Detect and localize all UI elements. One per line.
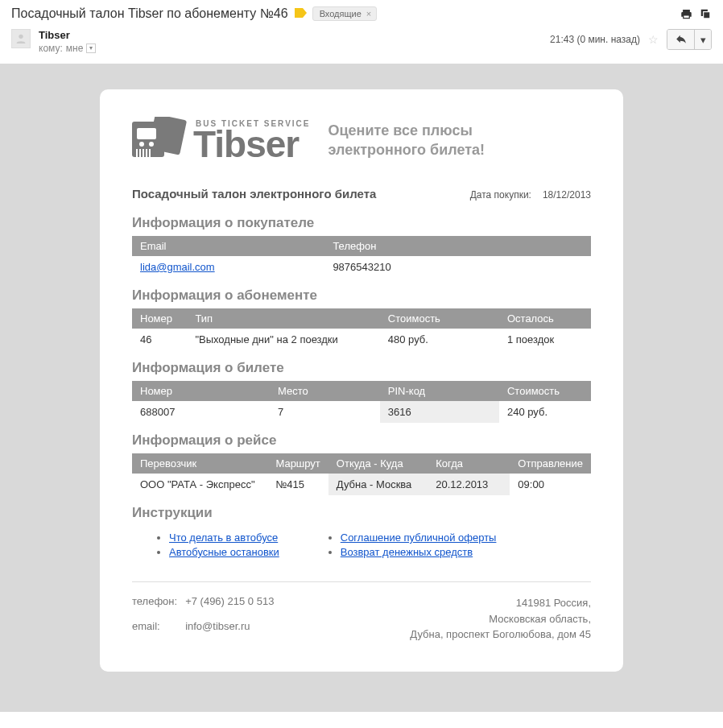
footer-addr3: Дубна, проспект Боголюбова, дом 45 xyxy=(410,627,591,643)
label-inbox-text: Входящие xyxy=(320,9,362,19)
message-time: 21:43 (0 мин. назад) xyxy=(550,34,640,45)
svg-rect-9 xyxy=(146,149,147,157)
footer: телефон: +7 (496) 215 0 513 email: info@… xyxy=(132,581,591,664)
bus-ticket-icon xyxy=(132,117,188,164)
document-title: Посадочный талон электронного билета xyxy=(132,187,376,201)
purchase-date-label: Дата покупки: xyxy=(470,189,531,201)
col-dep: Отправление xyxy=(510,453,591,474)
to-label: кому: xyxy=(39,43,63,54)
sender-name: Tibser xyxy=(39,29,96,41)
footer-phone: +7 (496) 215 0 513 xyxy=(185,595,274,617)
purchase-date-value: 18/12/2013 xyxy=(543,189,591,201)
instructions-left-list: Что делать в автобусе Автобусные останов… xyxy=(156,529,279,560)
col-t-seat: Место xyxy=(270,381,380,401)
svg-rect-6 xyxy=(136,149,138,157)
expand-recipients-icon[interactable]: ▾ xyxy=(86,43,96,53)
col-t-num: Номер xyxy=(132,381,270,401)
col-when: Когда xyxy=(428,453,510,474)
svg-rect-7 xyxy=(139,149,141,157)
col-route: Маршрут xyxy=(267,453,328,474)
importance-marker-icon[interactable] xyxy=(295,8,306,19)
trip-heading: Информация о рейсе xyxy=(132,432,591,449)
label-remove-icon[interactable]: × xyxy=(366,10,371,19)
sender-row: Tibser кому: мне ▾ 21:43 (0 мин. назад) … xyxy=(0,26,723,64)
avatar xyxy=(11,29,31,48)
col-fromto: Откуда - Куда xyxy=(328,453,428,474)
col-t-pin: PIN-код xyxy=(380,381,499,401)
to-value: мне xyxy=(66,43,84,54)
buyer-email-link[interactable]: lida@gmail.com xyxy=(140,261,215,273)
recipient-line[interactable]: кому: мне ▾ xyxy=(39,43,96,54)
svg-point-0 xyxy=(19,35,23,39)
col-phone: Телефон xyxy=(324,236,591,256)
svg-rect-3 xyxy=(137,128,156,139)
footer-addr2: Московская область, xyxy=(410,611,591,627)
email-body-background: BUS TICKET SERVICE Tibser Оцените все пл… xyxy=(0,64,723,712)
table-row: ООО "РАТА - Экспресс" №415 Дубна - Москв… xyxy=(132,474,591,495)
svg-rect-10 xyxy=(149,149,151,157)
ticket-card: BUS TICKET SERVICE Tibser Оцените все пл… xyxy=(100,89,623,672)
tagline: Оцените все плюсы электронного билета! xyxy=(328,122,485,159)
print-icon[interactable] xyxy=(680,7,692,20)
star-icon[interactable]: ☆ xyxy=(648,33,659,46)
table-row: 688007 7 3616 240 руб. xyxy=(132,401,591,423)
col-sub-left: Осталось xyxy=(499,308,591,329)
col-t-cost: Стоимость xyxy=(499,381,591,401)
message-header: Посадочный талон Tibser по абонементу №4… xyxy=(0,0,723,26)
logo-title: Tibser xyxy=(193,128,311,161)
instructions-heading: Инструкции xyxy=(132,505,591,521)
table-row: 46 "Выходные дни" на 2 поездки 480 руб. … xyxy=(132,329,591,350)
svg-point-5 xyxy=(149,142,154,147)
reply-more-button[interactable]: ▾ xyxy=(695,30,711,49)
footer-email: info@tibser.ru xyxy=(185,620,274,642)
ticket-table: Номер Место PIN-код Стоимость 688007 7 3… xyxy=(132,381,591,423)
instructions-right-list: Соглашение публичной оферты Возврат дене… xyxy=(328,529,497,560)
link-bus-what-to-do[interactable]: Что делать в автобусе xyxy=(169,532,278,544)
col-sub-type: Тип xyxy=(187,308,379,329)
buyer-phone: 9876543210 xyxy=(324,256,591,278)
subscription-table: Номер Тип Стоимость Осталось 46 "Выходны… xyxy=(132,308,591,350)
footer-email-label: email: xyxy=(132,620,177,642)
link-refund[interactable]: Возврат денежных средств xyxy=(341,546,473,558)
table-row: lida@gmail.com 9876543210 xyxy=(132,256,591,278)
reply-button-group: ▾ xyxy=(667,29,712,50)
link-public-offer[interactable]: Соглашение публичной оферты xyxy=(341,532,497,544)
col-sub-num: Номер xyxy=(132,308,187,329)
logo: BUS TICKET SERVICE Tibser xyxy=(132,117,311,164)
open-new-window-icon[interactable] xyxy=(699,7,712,20)
buyer-table: Email Телефон lida@gmail.com 9876543210 xyxy=(132,236,591,278)
link-bus-stops[interactable]: Автобусные остановки xyxy=(169,546,279,558)
ticket-heading: Информация о билете xyxy=(132,360,591,376)
svg-rect-8 xyxy=(143,149,144,157)
buyer-heading: Информация о покупателе xyxy=(132,215,591,231)
label-inbox[interactable]: Входящие × xyxy=(312,6,378,21)
col-sub-cost: Стоимость xyxy=(380,308,499,329)
trip-table: Перевозчик Маршрут Откуда - Куда Когда О… xyxy=(132,453,591,495)
col-email: Email xyxy=(132,236,324,256)
email-subject: Посадочный талон Tibser по абонементу №4… xyxy=(11,6,288,21)
col-carrier: Перевозчик xyxy=(132,453,267,474)
footer-addr1: 141981 Россия, xyxy=(410,595,591,611)
svg-point-4 xyxy=(139,142,144,147)
subscription-heading: Информация о абонементе xyxy=(132,287,591,304)
reply-button[interactable] xyxy=(667,30,695,49)
footer-phone-label: телефон: xyxy=(132,595,177,617)
